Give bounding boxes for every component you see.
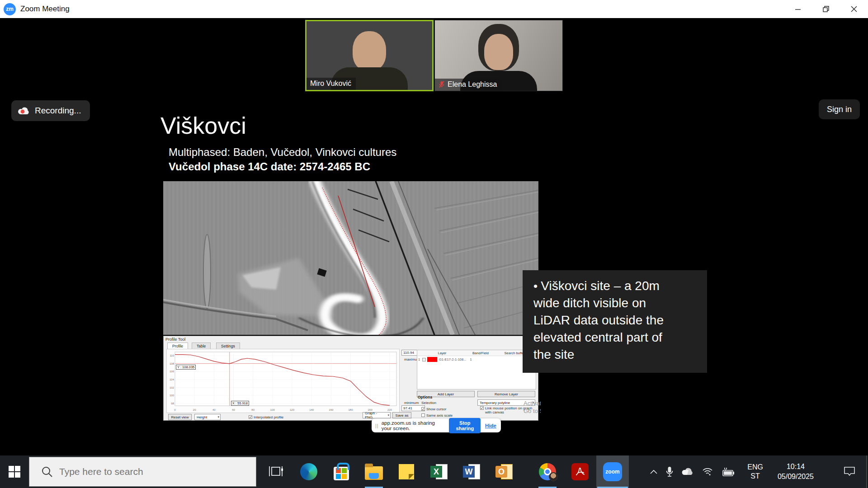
windows-activation-watermark: Activate Windows Go to Settings to activ… xyxy=(524,399,541,415)
file-explorer-button[interactable] xyxy=(358,455,390,488)
profile-chart[interactable]: 0204060801001201401601802002209810010210… xyxy=(167,349,399,413)
hidden-icons-chevron[interactable] xyxy=(650,469,658,474)
participant-face xyxy=(484,34,513,70)
show-cursor-checkbox[interactable]: Show cursor xyxy=(421,407,446,411)
slide-note-box: Viškovci site – a 20m wide ditch visible… xyxy=(523,270,707,373)
svg-text:220: 220 xyxy=(387,408,392,411)
svg-text:104: 104 xyxy=(170,378,175,381)
screen-share-bar: || app.zoom.us is sharing your screen. S… xyxy=(372,418,501,432)
layer-band: 1 xyxy=(470,357,472,361)
profile-tool-title: Profile Tool xyxy=(165,337,185,342)
title-bar: zm Zoom Meeting xyxy=(0,0,868,18)
microphone-tray-icon[interactable] xyxy=(666,466,673,477)
outlook-button[interactable]: O xyxy=(488,455,520,488)
remove-layer-button[interactable]: Remove Layer xyxy=(477,391,535,397)
window-controls xyxy=(784,0,868,18)
stop-sharing-button[interactable]: Stop sharing xyxy=(449,418,481,433)
zoom-app-button[interactable]: zoom xyxy=(596,455,629,488)
video-tile-elena[interactable]: Elena Leghissa xyxy=(434,20,563,91)
checkbox-icon xyxy=(421,407,425,411)
window-title: Zoom Meeting xyxy=(20,5,70,14)
slide-title: Viškovci xyxy=(160,112,246,139)
svg-text:160: 160 xyxy=(329,408,334,411)
svg-text:180: 180 xyxy=(349,408,354,411)
shared-screen-slide: Viškovci Multiphased: Baden, Vučedol, Vi… xyxy=(143,94,723,452)
recording-label: Recording... xyxy=(35,106,81,116)
file-explorer-icon xyxy=(365,466,383,480)
acrobat-icon xyxy=(571,463,589,480)
minimum-value: 97.41 xyxy=(403,406,412,410)
search-input[interactable] xyxy=(59,466,231,477)
svg-text:40: 40 xyxy=(212,408,216,411)
recording-indicator[interactable]: Recording... xyxy=(11,100,90,121)
svg-text:98: 98 xyxy=(171,402,174,405)
same-axis-checkbox[interactable]: Same axis scale xyxy=(421,413,453,418)
word-icon: W xyxy=(463,463,480,480)
layer-checkbox[interactable] xyxy=(422,358,426,361)
restore-button[interactable] xyxy=(812,0,840,18)
sticky-notes-button[interactable] xyxy=(390,455,423,488)
reset-view-button[interactable]: Reset view xyxy=(168,414,192,420)
wifi-tray-icon[interactable] xyxy=(702,467,713,476)
maximum-value: 110.94 xyxy=(403,351,414,355)
tab-profile[interactable]: Profile xyxy=(167,343,188,349)
chrome-button[interactable] xyxy=(531,455,564,488)
language-indicator[interactable]: ENG ST xyxy=(747,463,763,481)
sticky-notes-icon xyxy=(399,464,414,479)
tab-settings[interactable]: Settings xyxy=(216,343,240,349)
watermark-line2: Go to Settings to activate Windows. xyxy=(524,407,541,415)
interpolated-profile-checkbox[interactable]: Interpolated profile xyxy=(249,415,283,419)
participant-name-tag: Miro Vuković xyxy=(307,78,356,90)
windows-taskbar: X W O xyxy=(0,455,868,488)
chrome-icon xyxy=(539,463,556,480)
height-dropdown[interactable]: Height xyxy=(194,414,221,420)
chrome-profile-avatar xyxy=(549,472,558,481)
windows-logo-icon xyxy=(9,466,20,478)
checkbox-icon xyxy=(421,413,425,417)
mic-muted-icon xyxy=(439,81,445,88)
svg-text:106: 106 xyxy=(170,370,175,373)
graph-format-dropdown[interactable]: Graph - PNG xyxy=(363,412,391,418)
task-view-button[interactable] xyxy=(260,455,292,488)
svg-text:102: 102 xyxy=(170,386,175,389)
microsoft-store-button[interactable] xyxy=(325,455,358,488)
participant-name-tag: Elena Leghissa xyxy=(435,79,501,91)
row-number: 1 xyxy=(417,357,421,361)
layer-color-swatch[interactable] xyxy=(427,357,437,362)
acrobat-button[interactable] xyxy=(564,455,596,488)
checkbox-icon xyxy=(480,406,484,410)
edge-button[interactable] xyxy=(292,455,325,488)
svg-text:80: 80 xyxy=(251,408,255,411)
svg-text:100: 100 xyxy=(270,408,275,411)
restore-icon xyxy=(823,6,829,12)
sign-in-button[interactable]: Sign in xyxy=(819,99,860,119)
minimize-button[interactable] xyxy=(784,0,812,18)
video-tile-miro[interactable]: Miro Vuković xyxy=(305,20,434,91)
excel-button[interactable]: X xyxy=(423,455,455,488)
chart-y-tooltip: Y : 108.035 xyxy=(176,365,196,370)
action-center-button[interactable] xyxy=(844,455,855,488)
close-button[interactable] xyxy=(840,0,868,18)
layer-row[interactable]: 1 G1-E17-2-1-108... 1 xyxy=(417,356,536,363)
battery-tray-icon[interactable] xyxy=(721,467,735,477)
tab-table[interactable]: Table xyxy=(192,343,211,349)
minimum-label: minimum xyxy=(404,401,419,405)
slide-date-line: Vučedol phase 14C date: 2574-2465 BC xyxy=(169,160,370,173)
svg-text:0: 0 xyxy=(174,408,176,411)
taskbar-search[interactable] xyxy=(29,457,256,487)
excel-icon: X xyxy=(430,463,448,480)
sign-in-label: Sign in xyxy=(827,105,852,114)
share-message: app.zoom.us is sharing your screen. xyxy=(382,420,446,431)
word-button[interactable]: W xyxy=(455,455,488,488)
svg-text:120: 120 xyxy=(290,408,295,411)
search-icon xyxy=(41,466,53,478)
show-desktop-button[interactable] xyxy=(866,455,868,488)
onedrive-tray-icon[interactable] xyxy=(681,468,694,476)
hide-link[interactable]: Hide xyxy=(485,423,496,428)
taskbar-clock[interactable]: 10:14 05/09/2025 xyxy=(778,462,814,482)
start-button[interactable] xyxy=(0,455,29,488)
system-tray: ENG ST 10:14 05/09/2025 xyxy=(650,455,814,488)
participant-name: Elena Leghissa xyxy=(448,80,497,89)
save-as-button[interactable]: Save as xyxy=(392,412,411,418)
drag-grip-icon[interactable]: || xyxy=(375,423,379,428)
